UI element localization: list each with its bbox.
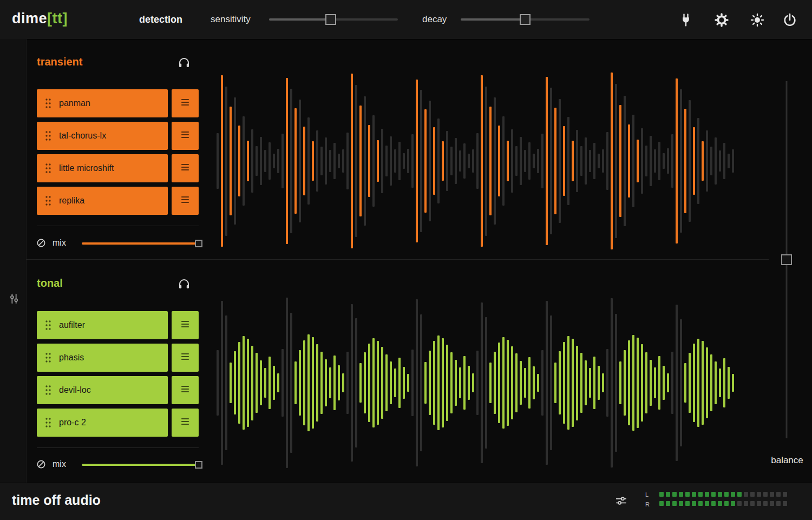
- meter-left-label: L: [645, 491, 649, 498]
- wave-bar: [632, 335, 634, 431]
- tonal-slot-4-menu-button[interactable]: [172, 409, 199, 437]
- drag-handle-icon[interactable]: [44, 417, 52, 428]
- wave-bar: [217, 133, 219, 189]
- transient-slot-3[interactable]: little microshift: [37, 154, 168, 182]
- wave-bar: [463, 356, 466, 410]
- tonal-slot-3[interactable]: devil-loc: [37, 376, 168, 404]
- transient-solo-button[interactable]: [178, 56, 191, 69]
- tonal-slot-4[interactable]: pro-c 2: [37, 409, 168, 437]
- tonal-mix-slider[interactable]: [82, 461, 199, 469]
- drag-handle-icon[interactable]: [44, 130, 52, 141]
- transient-slot-1-menu-button[interactable]: [172, 89, 199, 117]
- wave-bar: [498, 126, 500, 196]
- routing-settings-button[interactable]: [8, 293, 20, 305]
- transient-mix-bypass-button[interactable]: [36, 238, 47, 248]
- sidechain-plug-button[interactable]: [678, 12, 693, 28]
- transient-slot-4-menu-button[interactable]: [172, 187, 199, 215]
- transient-slot-2[interactable]: tal-chorus-lx: [37, 122, 168, 150]
- wave-bar: [221, 301, 223, 465]
- wave-bar: [342, 373, 344, 393]
- wave-bar: [576, 346, 578, 420]
- slider-handle[interactable]: [195, 461, 202, 469]
- wave-bar: [277, 149, 279, 173]
- transient-slot-4[interactable]: replika: [37, 187, 168, 215]
- tonal-waveform: [217, 289, 734, 476]
- tab-detection[interactable]: detection: [139, 14, 182, 25]
- slider-handle[interactable]: [195, 240, 202, 247]
- wave-bar: [697, 118, 699, 204]
- wave-bar: [598, 154, 600, 168]
- meter-segment: [666, 501, 670, 506]
- meter-segment: [666, 492, 670, 497]
- balance-label: balance: [765, 455, 809, 466]
- wave-bar: [377, 140, 379, 182]
- wave-bar: [528, 142, 531, 180]
- wave-bar: [424, 362, 427, 404]
- settings-button[interactable]: [714, 12, 729, 28]
- transient-slot-2-menu-button[interactable]: [172, 122, 199, 150]
- wave-bar: [385, 354, 388, 412]
- drag-handle-icon[interactable]: [44, 385, 52, 396]
- sensitivity-label: sensitivity: [211, 14, 251, 25]
- slider-handle[interactable]: [781, 254, 792, 265]
- wave-bar: [251, 129, 253, 193]
- balance-slider[interactable]: [782, 81, 791, 438]
- decay-slider[interactable]: [461, 14, 590, 25]
- transient-slot-1[interactable]: panman: [37, 89, 168, 117]
- tonal-slot-2[interactable]: phasis: [37, 344, 168, 372]
- transient-mix-slider[interactable]: [82, 240, 199, 247]
- tonal-mix-bypass-button[interactable]: [36, 459, 47, 470]
- drag-handle-icon[interactable]: [44, 163, 52, 174]
- wave-bar: [489, 107, 492, 215]
- wave-bar: [684, 109, 686, 213]
- wave-bar: [221, 75, 223, 247]
- tonal-slot-2-menu-button[interactable]: [172, 344, 199, 372]
- wave-bar: [320, 352, 323, 414]
- drag-handle-icon[interactable]: [44, 320, 52, 331]
- wave-bar: [611, 298, 613, 468]
- wave-bar: [537, 374, 539, 392]
- tonal-slot-1[interactable]: aufilter: [37, 311, 168, 339]
- wave-bar: [502, 116, 505, 206]
- wave-bar: [385, 146, 388, 176]
- wave-bar: [312, 141, 314, 181]
- transient-slot-3-menu-button[interactable]: [172, 154, 199, 182]
- drag-handle-icon[interactable]: [44, 352, 52, 363]
- wave-bar: [520, 361, 522, 405]
- slider-handle[interactable]: [325, 14, 336, 25]
- tonal-solo-button[interactable]: [178, 278, 191, 291]
- wave-bar: [247, 339, 249, 426]
- wave-bar: [702, 341, 704, 424]
- wave-bar: [689, 353, 691, 413]
- output-settings-button[interactable]: [615, 495, 627, 507]
- wave-bar: [507, 340, 509, 426]
- wave-bar: [537, 149, 539, 173]
- wave-bar: [715, 361, 717, 404]
- brightness-button[interactable]: [750, 12, 765, 28]
- wave-bar: [528, 357, 531, 409]
- wave-bar: [359, 106, 362, 216]
- drag-handle-icon[interactable]: [44, 195, 52, 206]
- slider-handle[interactable]: [520, 14, 531, 25]
- wave-bar: [563, 342, 565, 424]
- transient-mix-divider: [37, 226, 199, 226]
- wave-bar: [390, 136, 392, 186]
- slot-label: panman: [59, 98, 90, 108]
- wave-bar: [372, 115, 375, 207]
- wave-bar: [654, 149, 656, 173]
- wave-bar: [307, 334, 310, 431]
- power-button[interactable]: [782, 12, 797, 28]
- meter-segment: [737, 492, 742, 497]
- tonal-slot-3-menu-button[interactable]: [172, 376, 199, 404]
- slider-track[interactable]: [82, 242, 199, 245]
- power-icon: [782, 20, 797, 29]
- meter-segment: [711, 501, 716, 506]
- transient-section-title: transient: [37, 56, 82, 68]
- wave-bar: [368, 125, 370, 198]
- slider-track[interactable]: [82, 464, 199, 466]
- tonal-slot-1-menu-button[interactable]: [172, 311, 199, 339]
- wave-bar: [710, 147, 712, 175]
- drag-handle-icon[interactable]: [44, 98, 52, 109]
- sensitivity-slider[interactable]: [269, 14, 398, 25]
- wave-bar: [459, 367, 461, 398]
